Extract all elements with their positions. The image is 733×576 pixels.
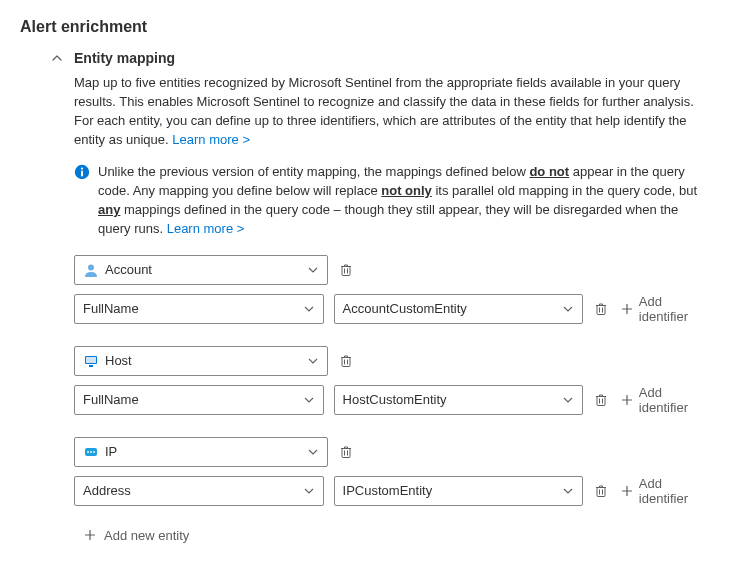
learn-more-link-1[interactable]: Learn more > — [172, 132, 250, 147]
delete-entity-button[interactable] — [338, 444, 354, 460]
identifier-dropdown[interactable]: Address — [74, 476, 324, 506]
chevron-up-icon — [50, 51, 64, 65]
ip-icon — [83, 444, 99, 460]
section-title: Entity mapping — [74, 50, 175, 66]
svg-rect-5 — [597, 305, 605, 314]
info-icon — [74, 164, 90, 180]
svg-rect-7 — [86, 357, 96, 363]
svg-rect-4 — [342, 266, 350, 275]
target-field-dropdown[interactable]: AccountCustomEntity — [334, 294, 584, 324]
chevron-down-icon — [562, 395, 574, 405]
entity-type-dropdown[interactable]: IP — [74, 437, 328, 467]
delete-entity-button[interactable] — [338, 353, 354, 369]
entity-block-host: Host FullName HostCustomEntity — [74, 346, 713, 415]
learn-more-link-2[interactable]: Learn more > — [167, 221, 245, 236]
page-title: Alert enrichment — [20, 18, 713, 36]
plus-icon — [84, 529, 96, 541]
entity-block-account: Account FullName AccountCustomEntity — [74, 255, 713, 324]
svg-rect-2 — [81, 171, 83, 177]
chevron-down-icon — [307, 447, 319, 457]
svg-rect-9 — [342, 357, 350, 366]
svg-rect-8 — [89, 365, 93, 367]
delete-entity-button[interactable] — [338, 262, 354, 278]
description-text: Map up to five entities recognized by Mi… — [74, 74, 713, 149]
plus-icon — [621, 303, 633, 315]
svg-rect-16 — [597, 487, 605, 496]
section-entity-mapping-toggle[interactable]: Entity mapping — [50, 50, 713, 66]
chevron-down-icon — [562, 304, 574, 314]
delete-identifier-button[interactable] — [593, 301, 609, 317]
chevron-down-icon — [562, 486, 574, 496]
chevron-down-icon — [303, 395, 315, 405]
svg-point-13 — [90, 451, 92, 453]
target-field-dropdown[interactable]: HostCustomEntity — [334, 385, 584, 415]
info-banner: Unlike the previous version of entity ma… — [74, 163, 713, 238]
add-identifier-button[interactable]: Add identifier — [619, 476, 713, 506]
target-field-dropdown[interactable]: IPCustomEntity — [334, 476, 584, 506]
svg-point-14 — [93, 451, 95, 453]
add-new-entity-button[interactable]: Add new entity — [84, 528, 713, 543]
account-icon — [83, 262, 99, 278]
svg-point-1 — [81, 168, 83, 170]
svg-rect-15 — [342, 448, 350, 457]
svg-point-12 — [87, 451, 89, 453]
chevron-down-icon — [303, 304, 315, 314]
entity-type-dropdown[interactable]: Host — [74, 346, 328, 376]
identifier-dropdown[interactable]: FullName — [74, 385, 324, 415]
chevron-down-icon — [307, 265, 319, 275]
host-icon — [83, 353, 99, 369]
plus-icon — [621, 485, 633, 497]
chevron-down-icon — [303, 486, 315, 496]
entity-type-dropdown[interactable]: Account — [74, 255, 328, 285]
entity-block-ip: IP Address IPCustomEntity — [74, 437, 713, 506]
identifier-dropdown[interactable]: FullName — [74, 294, 324, 324]
delete-identifier-button[interactable] — [593, 483, 609, 499]
chevron-down-icon — [307, 356, 319, 366]
delete-identifier-button[interactable] — [593, 392, 609, 408]
svg-rect-10 — [597, 396, 605, 405]
svg-point-3 — [88, 264, 94, 270]
add-identifier-button[interactable]: Add identifier — [619, 385, 713, 415]
plus-icon — [621, 394, 633, 406]
add-identifier-button[interactable]: Add identifier — [619, 294, 713, 324]
